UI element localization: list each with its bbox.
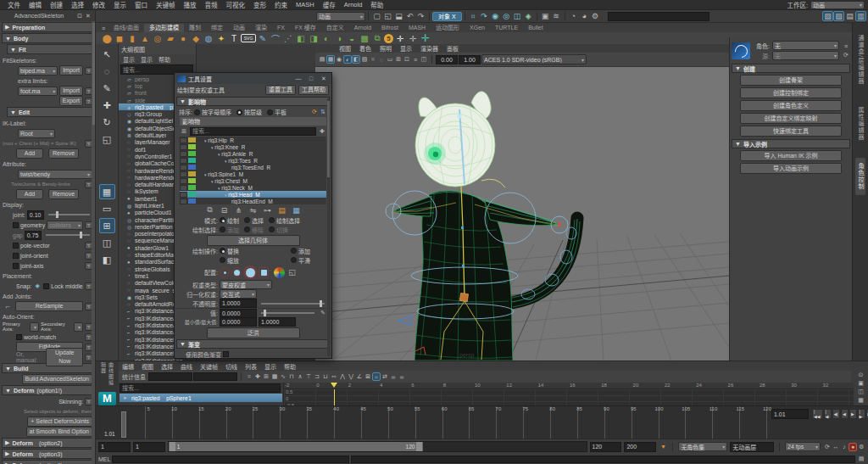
range-handle-left[interactable] — [170, 442, 175, 451]
hik-import-button[interactable]: 导入动画示例 — [740, 163, 842, 174]
time-tick[interactable]: 90 — [578, 406, 605, 439]
multi-cut-icon[interactable]: ⋰ — [282, 33, 294, 44]
poly-torus-icon[interactable]: ◎ — [152, 33, 164, 44]
gap-field[interactable]: 0.75 — [25, 231, 42, 240]
select-geometry-button[interactable]: 选择几何体 — [207, 235, 300, 246]
time-tick[interactable]: 55 — [389, 406, 416, 439]
poly-sphere-icon[interactable]: ⬤ — [101, 33, 113, 44]
reset-tool-button[interactable]: 重置工具 — [265, 85, 296, 95]
poly-platonic-icon[interactable]: ◆ — [190, 33, 202, 44]
range-handle-right[interactable] — [416, 442, 422, 451]
time-tick[interactable]: 50 — [362, 406, 389, 439]
gradient-section-header[interactable]: ▼渐变 — [176, 339, 330, 349]
drag-grip[interactable] — [180, 198, 187, 204]
time-tick[interactable]: 75 — [497, 406, 524, 439]
input-line-field[interactable] — [608, 12, 709, 21]
time-tick[interactable]: 95 — [605, 406, 632, 439]
continuous-icon[interactable]: ↔ — [832, 443, 840, 451]
uv-sphere-icon[interactable]: ◍ — [203, 33, 214, 44]
colorspace-dropdown[interactable]: ACES 1.0 SDR-video (sRGB)▾ — [481, 54, 587, 64]
paint-op-option[interactable]: 替换 — [220, 247, 239, 255]
shelf-tab[interactable]: 多边形建模 — [144, 24, 184, 32]
shelf-tab[interactable]: Bifrost — [376, 24, 403, 32]
drag-grip[interactable] — [180, 151, 187, 157]
viewport-menu-item[interactable]: 渲染器 — [420, 44, 438, 53]
menu-item[interactable]: 音频 — [201, 0, 222, 9]
value-slider[interactable] — [261, 312, 314, 314]
collapsed-section-header[interactable]: ▶Deform(option3) — [2, 449, 93, 459]
bookmark-range-icon[interactable]: ▼ — [659, 443, 667, 451]
time-tick[interactable]: 45 — [335, 406, 362, 439]
pin-icon[interactable]: ⊙ — [857, 371, 865, 379]
viewport-menu-item[interactable]: 显示 — [400, 44, 412, 53]
time-tick[interactable]: 110 — [686, 406, 713, 439]
snap-magnet-icon[interactable]: ◈ — [33, 282, 42, 290]
sweep-mesh-icon[interactable]: ⌒ — [270, 33, 281, 44]
resample-button[interactable]: ReSample — [15, 301, 83, 311]
workspace-dropdown[interactable]: 动画▾ — [810, 1, 865, 9]
tool-help-button[interactable]: 工具帮助 — [298, 85, 329, 95]
select-deformjoints-button[interactable]: + Select DeformJoints — [27, 416, 92, 427]
modeling-toolkit-toggle-icon[interactable]: ▧ — [822, 11, 833, 21]
brush-soft-icon[interactable] — [220, 267, 230, 277]
play-backwards-icon[interactable]: ◀ — [841, 409, 849, 419]
hik-create-button[interactable]: 创建控制绑定 — [740, 87, 842, 98]
pelvis-joint[interactable] — [459, 293, 468, 301]
menu-item[interactable]: 创建 — [46, 0, 67, 9]
gamma-field[interactable]: 1.00 — [459, 55, 481, 64]
graph-channel-item[interactable]: ▸ rig3:pasted__pSphere1 — [120, 394, 282, 402]
smooth-bind-option-button[interactable]: at Smooth Bind Option — [26, 427, 92, 437]
min-value-field[interactable]: 0.0000 — [220, 317, 257, 327]
secondary-axis-dropdown[interactable]: ▾ — [74, 322, 83, 332]
menu-item[interactable]: 可视化 — [222, 0, 250, 9]
2d-pan-zoom-icon[interactable]: ⌗ — [369, 55, 377, 64]
time-tick[interactable]: 60 — [416, 406, 443, 439]
add-attr-button[interactable]: Add — [16, 189, 43, 199]
shelf-tab[interactable]: TURTLE — [490, 24, 523, 32]
shelf-tab[interactable]: XGen — [465, 24, 490, 32]
brush-hard-icon[interactable] — [243, 266, 257, 279]
joint-size-slider[interactable] — [48, 214, 90, 215]
boolean-difference-icon[interactable]: ◑ — [333, 33, 345, 44]
lattice-deform-keys-icon[interactable]: ▦ — [270, 372, 279, 381]
undo-icon[interactable]: ↶ — [404, 11, 415, 21]
export-button[interactable]: Export — [59, 96, 83, 106]
browse-brush-icon[interactable]: ◱ — [287, 267, 298, 277]
shelf-tab[interactable]: FX 缓存 — [290, 24, 321, 32]
shelf-tab[interactable]: Bullet — [523, 24, 548, 32]
time-slider[interactable]: 5101520253035404550556065707580859095100… — [96, 405, 868, 439]
time-tick[interactable]: 65 — [443, 406, 470, 439]
filter-icon[interactable]: ⊞ — [180, 127, 188, 136]
graph-canvas[interactable]: 0.5 0 -0.5 — [284, 389, 854, 405]
step-fwd-frame-icon[interactable]: |▶ — [858, 409, 865, 419]
hik-create-button[interactable]: 快速绑定工具 — [740, 126, 842, 137]
menu-item[interactable]: 帮助 — [366, 0, 387, 9]
ramp-brush-icon[interactable] — [274, 267, 285, 278]
break-tangent-icon[interactable]: ⋀ — [338, 372, 347, 381]
layout-split-icon[interactable]: ◫ — [99, 235, 115, 250]
weight-type-dropdown[interactable]: 蒙皮权重▾ — [220, 280, 272, 289]
sort-color-icon[interactable]: ⇅ — [319, 108, 327, 116]
shelf-tab[interactable]: 运动图形 — [431, 24, 465, 32]
influence-row[interactable]: ▾ rig3:Knee_R — [180, 143, 326, 150]
weight-hammer-icon[interactable]: ⋔ — [233, 205, 244, 215]
time-tick[interactable]: 80 — [524, 406, 551, 439]
layout-outliner-icon[interactable]: ◧ — [99, 252, 115, 267]
update-now-button[interactable]: Update Now — [46, 348, 83, 366]
graph-editor-tab[interactable]: 曲线图编辑器 — [100, 362, 115, 392]
step-back-frame-icon[interactable]: ◀| — [832, 409, 840, 419]
playback-range-bar[interactable]: 1 120 — [169, 442, 424, 451]
combine-icon[interactable]: ◧ — [295, 33, 307, 44]
menu-item[interactable]: MASH — [292, 1, 319, 8]
section-edit[interactable]: ▼Edit — [7, 107, 93, 117]
drag-grip[interactable] — [180, 165, 187, 171]
redo-icon[interactable]: ↷ — [415, 11, 426, 21]
paint-select-option[interactable]: 添加 — [220, 226, 239, 234]
make-live-icon[interactable]: ◈ — [523, 11, 534, 21]
collapsed-section-header[interactable]: ▶Deform(option2) — [2, 438, 93, 448]
menu-item[interactable]: Arnold — [340, 1, 367, 8]
add-button[interactable]: Add — [16, 148, 43, 159]
free-tangent-weight-icon[interactable]: ∠ — [355, 372, 364, 381]
attribute-dropdown[interactable]: twist/bendy▾ — [18, 170, 92, 179]
spline-tangent-icon[interactable]: ∿ — [279, 372, 287, 381]
